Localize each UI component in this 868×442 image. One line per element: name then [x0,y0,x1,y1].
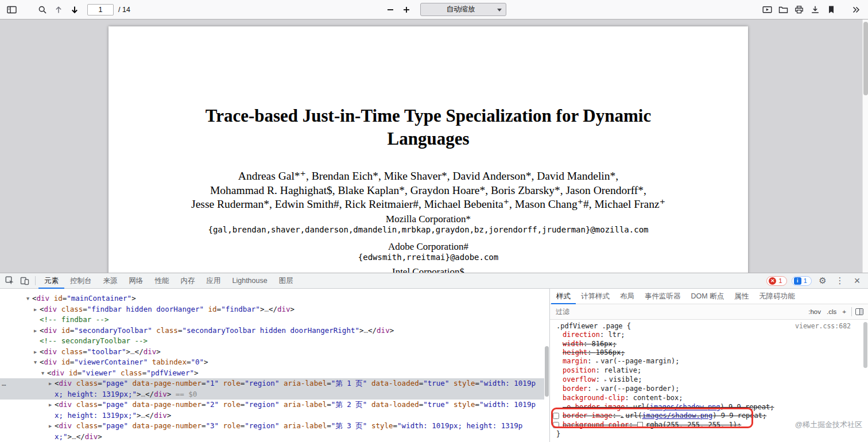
dom-tree-row[interactable]: ▶<div class="page" data-page-number="2" … [0,400,544,421]
page-scrollbar-thumb[interactable] [863,22,868,95]
css-declaration[interactable]: -o-border-image: url(images/shadow.png) … [550,403,868,412]
zoom-in-button[interactable] [398,2,414,17]
page-count-label: / 14 [118,6,130,14]
download-button[interactable] [807,2,823,17]
collapse-icon[interactable]: ▼ [39,368,46,379]
dom-tree-row[interactable]: <!-- findbar --> [0,315,544,325]
elements-scrollbar[interactable] [544,289,549,442]
styles-subtab[interactable]: 布局 [615,289,640,304]
state-toggle-button[interactable]: .cls [824,307,839,316]
sidebar-panel-toggle-icon[interactable] [855,308,863,315]
bookmark-button[interactable] [823,2,839,17]
css-resource-link[interactable]: images/shadow.png [650,403,720,411]
expand-icon[interactable]: ▶ [32,325,39,336]
dom-tree[interactable]: ▼<div id="mainContainer">▶<div class="fi… [0,289,544,442]
gear-icon: ⚙ [819,276,826,285]
css-declaration[interactable]: direction: ltr; [550,331,868,339]
css-declaration[interactable]: height: 1056px; [550,348,868,357]
dom-tree-row[interactable]: ▶<div class="findbar hidden doorHanger" … [0,304,544,315]
device-toolbar-button[interactable] [17,274,32,288]
color-swatch[interactable] [637,422,643,428]
expand-value-icon[interactable]: ▸ [604,377,607,383]
styles-subtab[interactable]: 无障碍功能 [754,289,800,304]
close-devtools-button[interactable]: × [851,276,863,286]
dom-tree-row[interactable]: ▶<div class="toolbar">…</div> [0,347,544,358]
state-toggle-button[interactable]: + [839,307,849,316]
css-declaration[interactable]: position: relative; [550,366,868,375]
css-source-link[interactable]: viewer.css:682 [795,322,851,331]
devtools-tab[interactable]: 网络 [123,273,149,289]
css-resource-link[interactable]: images/shadow.png [642,412,712,420]
devtools-tab[interactable]: 元素 [38,273,64,289]
dom-tree-row[interactable]: ▶…<div class="page" data-page-number="1"… [0,378,544,400]
styles-scrollbar-thumb[interactable] [863,322,867,368]
state-toggle-button[interactable]: :hov [805,307,824,316]
devtools-tab[interactable]: 内存 [175,273,201,289]
devtools-tab[interactable]: 性能 [149,273,175,289]
zoom-select-value: 自动缩放 [446,5,475,14]
devtools-body: ▼<div id="mainContainer">▶<div class="fi… [0,289,868,442]
styles-subtab[interactable]: 计算样式 [576,289,615,304]
elements-scrollbar-thumb[interactable] [545,346,549,397]
styles-subtab[interactable]: DOM 断点 [686,289,730,304]
print-button[interactable] [791,2,807,17]
open-file-button[interactable] [775,2,791,17]
zoom-select[interactable]: 自动缩放 [420,3,506,16]
css-declaration[interactable]: margin: ▸var(--page-margin); [550,357,868,366]
collapse-icon[interactable]: ▼ [24,293,32,304]
bookmark-icon [827,5,835,14]
previous-page-button[interactable] [51,2,67,17]
next-page-button[interactable] [67,2,83,17]
message-badge[interactable]: i 1 [792,276,812,286]
devtools-tab[interactable]: 应用 [201,273,227,289]
expand-icon[interactable]: ▶ [46,400,54,410]
css-selector[interactable]: .pdfViewer .page { [556,322,631,331]
styles-filter-input[interactable] [550,308,805,316]
styles-subtab[interactable]: 属性 [729,289,754,304]
styles-subtab[interactable]: 样式 [551,289,576,304]
expand-value-icon[interactable]: ▸ [596,359,599,365]
styles-subtab[interactable]: 事件监听器 [640,289,686,304]
dom-tree-row[interactable]: ▶<div class="page" data-page-number="3" … [0,421,544,442]
dom-tree-row[interactable]: ▶<div id="secondaryToolbar" class="secon… [0,325,544,336]
find-button[interactable] [34,2,51,17]
error-badge[interactable]: ✕ 1 [766,276,786,286]
page-number-input[interactable] [87,4,114,15]
expand-icon[interactable]: ▶ [32,304,39,315]
divider [851,307,852,316]
css-declarations: direction: ltr;width: 816px;height: 1056… [550,331,868,429]
message-count: 1 [804,277,807,284]
pdf-viewer-area[interactable]: Trace-based Just-in-Time Type Specializa… [0,20,868,273]
property-toggle-checkbox[interactable] [553,413,559,419]
page-scrollbar[interactable] [862,20,868,273]
sidebar-toggle-button[interactable] [3,2,20,17]
zoom-out-button[interactable] [382,2,398,17]
expand-value-icon[interactable]: ▸ [596,386,599,392]
css-declaration[interactable]: background-clip: content-box; [550,394,868,402]
expand-icon[interactable]: ▶ [32,347,39,358]
expand-icon[interactable]: ▶ [46,378,54,389]
css-declaration[interactable]: border: ▸var(--page-border); [550,385,868,394]
expand-value-icon[interactable]: ▸ [621,413,623,419]
devtools-panel: 元素控制台来源网络性能内存应用Lighthouse图层 ✕ 1 i 1 ⚙ ⋮ … [0,273,868,442]
expand-icon[interactable]: ▶ [46,421,54,432]
collapse-icon[interactable]: ▼ [32,357,39,368]
more-tools-button[interactable] [847,2,863,17]
css-declaration[interactable]: width: 816px; [550,340,868,348]
settings-button[interactable]: ⚙ [816,276,829,286]
dom-tree-row[interactable]: ▼<div id="viewerContainer" tabindex="0"> [0,357,544,368]
devtools-tab[interactable]: 图层 [273,273,299,289]
styles-scrollbar[interactable] [863,321,868,442]
dom-tree-row[interactable]: <!-- secondaryToolbar --> [0,336,544,347]
dom-tree-row[interactable]: ▼<div id="mainContainer"> [0,293,544,304]
inspect-element-button[interactable] [2,274,17,288]
devtools-tab[interactable]: 来源 [98,273,123,289]
devtools-tab[interactable]: Lighthouse [227,273,273,289]
presentation-mode-button[interactable] [759,2,775,17]
property-toggle-checkbox[interactable] [553,422,559,428]
dom-tree-row[interactable]: ▼<div id="viewer" class="pdfViewer"> [0,368,544,379]
more-options-button[interactable]: ⋮ [834,276,846,286]
presentation-mode-icon [762,5,772,14]
css-declaration[interactable]: overflow: ▸visible; [550,375,868,385]
devtools-tab[interactable]: 控制台 [64,273,98,289]
